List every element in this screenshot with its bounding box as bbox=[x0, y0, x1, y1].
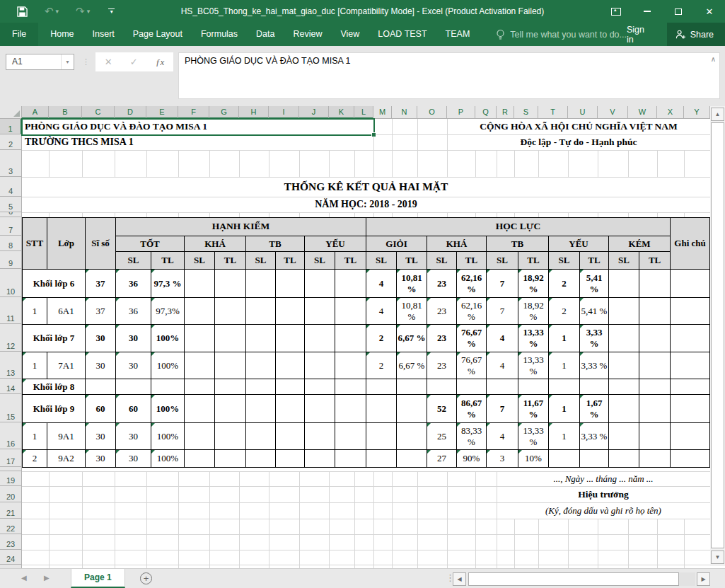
ribbon-tab-view[interactable]: View bbox=[331, 23, 369, 46]
data-cell[interactable] bbox=[639, 423, 671, 450]
data-cell[interactable] bbox=[609, 325, 639, 352]
data-cell[interactable] bbox=[671, 423, 710, 450]
header-tl[interactable]: TL bbox=[639, 252, 671, 270]
statistics-table[interactable]: STTLớpSĩ sốHẠNH KIỂMHỌC LỰCGhi chúTỐTKHÁ… bbox=[22, 217, 710, 468]
data-cell[interactable]: 13,33 % bbox=[518, 423, 549, 450]
data-cell[interactable]: 1,67 % bbox=[580, 395, 609, 423]
row-header-1[interactable]: 1 bbox=[0, 119, 22, 134]
redo-button[interactable]: ↷ ▾ bbox=[76, 5, 90, 18]
data-cell[interactable] bbox=[609, 450, 639, 468]
data-cell[interactable] bbox=[246, 379, 276, 395]
data-cell[interactable]: 2 bbox=[366, 325, 397, 352]
data-cell[interactable] bbox=[671, 325, 710, 352]
row-label[interactable]: Khối lớp 7 bbox=[23, 325, 86, 352]
data-cell[interactable] bbox=[639, 298, 671, 325]
data-cell[interactable]: 13,33 % bbox=[518, 325, 549, 352]
data-cell[interactable] bbox=[639, 379, 671, 395]
data-cell[interactable]: 97,3 % bbox=[151, 270, 185, 298]
ribbon-tab-page-layout[interactable]: Page Layout bbox=[124, 23, 192, 46]
ribbon-tab-team[interactable]: TEAM bbox=[436, 23, 480, 46]
row-header-9[interactable]: 9 bbox=[0, 251, 22, 269]
header-group-4[interactable]: GIỎI bbox=[366, 236, 427, 252]
data-cell[interactable]: 60 bbox=[86, 395, 116, 423]
data-cell[interactable] bbox=[215, 379, 246, 395]
data-cell[interactable] bbox=[305, 298, 335, 325]
data-cell[interactable]: 2 bbox=[549, 270, 580, 298]
header-ghi-chu[interactable]: Ghi chú bbox=[671, 218, 710, 270]
row-label[interactable]: Khối lớp 9 bbox=[23, 395, 86, 423]
column-header-U[interactable]: U bbox=[568, 106, 598, 119]
header-hoc-luc[interactable]: HỌC LỰC bbox=[366, 218, 671, 236]
data-cell[interactable]: 1 bbox=[549, 325, 580, 352]
row-header-21[interactable]: 21 bbox=[0, 502, 22, 519]
data-cell[interactable]: 76,67 % bbox=[457, 325, 487, 352]
header-group-6[interactable]: TB bbox=[487, 236, 549, 252]
row-header-19[interactable]: 19 bbox=[0, 471, 22, 486]
header-tl[interactable]: TL bbox=[335, 252, 366, 270]
data-cell[interactable] bbox=[609, 379, 639, 395]
ribbon-tab-insert[interactable]: Insert bbox=[83, 23, 124, 46]
cell-lop[interactable]: 9A2 bbox=[47, 450, 86, 468]
formula-bar-splitter[interactable]: ⋮ bbox=[82, 54, 90, 70]
data-cell[interactable]: 10,81 % bbox=[397, 298, 427, 325]
data-cell[interactable]: 23 bbox=[427, 352, 457, 379]
data-cell[interactable] bbox=[366, 395, 397, 423]
horizontal-scrollbar-thumb[interactable] bbox=[468, 572, 679, 586]
data-cell[interactable] bbox=[305, 325, 335, 352]
row-label[interactable]: Khối lớp 6 bbox=[23, 270, 86, 298]
row-header-10[interactable]: 10 bbox=[0, 269, 22, 297]
data-cell[interactable] bbox=[246, 395, 276, 423]
scroll-left-button[interactable]: ◀ bbox=[453, 572, 466, 586]
data-cell[interactable] bbox=[609, 423, 639, 450]
new-sheet-button[interactable]: + bbox=[140, 572, 152, 584]
column-header-G[interactable]: G bbox=[209, 106, 239, 119]
data-cell[interactable] bbox=[549, 379, 580, 395]
enter-icon[interactable]: ✓ bbox=[130, 57, 138, 67]
data-cell[interactable] bbox=[276, 325, 305, 352]
data-cell[interactable] bbox=[366, 423, 397, 450]
data-cell[interactable]: 62,16 % bbox=[457, 298, 487, 325]
data-cell[interactable] bbox=[305, 450, 335, 468]
data-cell[interactable]: 30 bbox=[116, 423, 151, 450]
data-cell[interactable]: 90% bbox=[457, 450, 487, 468]
row-header-17[interactable]: 17 bbox=[0, 449, 22, 467]
data-cell[interactable] bbox=[305, 270, 335, 298]
select-all-corner[interactable] bbox=[0, 106, 22, 119]
data-cell[interactable] bbox=[185, 395, 215, 423]
data-cell[interactable]: 30 bbox=[86, 423, 116, 450]
data-cell[interactable] bbox=[151, 379, 185, 395]
column-header-S[interactable]: S bbox=[514, 106, 538, 119]
header-lop[interactable]: Lớp bbox=[47, 218, 86, 270]
data-cell[interactable]: 2 bbox=[366, 352, 397, 379]
data-cell[interactable] bbox=[185, 270, 215, 298]
cell-stt[interactable]: 1 bbox=[23, 352, 47, 379]
header-group-2[interactable]: TB bbox=[246, 236, 305, 252]
column-header-K[interactable]: K bbox=[329, 106, 354, 119]
data-cell[interactable]: 1 bbox=[549, 352, 580, 379]
data-cell[interactable]: 4 bbox=[487, 352, 518, 379]
cell-stt[interactable]: 1 bbox=[23, 423, 47, 450]
data-cell[interactable]: 62,16 % bbox=[457, 270, 487, 298]
data-cell[interactable] bbox=[671, 379, 710, 395]
data-cell[interactable]: 100% bbox=[151, 450, 185, 468]
cell-stt[interactable]: 1 bbox=[23, 298, 47, 325]
data-cell[interactable] bbox=[335, 270, 366, 298]
header-sl[interactable]: SL bbox=[609, 252, 639, 270]
data-cell[interactable]: 11,67 % bbox=[518, 395, 549, 423]
column-header-O[interactable]: O bbox=[417, 106, 447, 119]
data-cell[interactable] bbox=[609, 395, 639, 423]
data-cell[interactable]: 30 bbox=[86, 450, 116, 468]
header-tl[interactable]: TL bbox=[397, 252, 427, 270]
column-header-T[interactable]: T bbox=[538, 106, 568, 119]
column-header-I[interactable]: I bbox=[269, 106, 299, 119]
data-cell[interactable] bbox=[215, 270, 246, 298]
header-tl[interactable]: TL bbox=[580, 252, 609, 270]
data-cell[interactable]: 5,41 % bbox=[580, 270, 609, 298]
header-hanh-kiem[interactable]: HẠNH KIỂM bbox=[116, 218, 366, 236]
data-cell[interactable] bbox=[246, 450, 276, 468]
data-cell[interactable]: 30 bbox=[116, 352, 151, 379]
data-cell[interactable]: 100% bbox=[151, 395, 185, 423]
row-header-23[interactable]: 23 bbox=[0, 534, 22, 550]
data-cell[interactable] bbox=[276, 423, 305, 450]
ribbon-tab-file[interactable]: File bbox=[0, 23, 38, 46]
